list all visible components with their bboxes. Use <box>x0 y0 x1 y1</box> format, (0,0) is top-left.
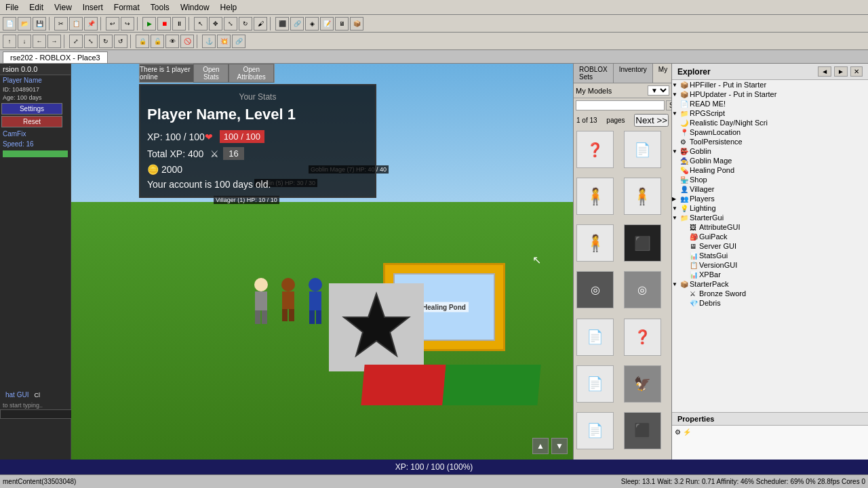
tree-item-debris[interactable]: 💎 Debris <box>672 298 868 308</box>
menu-insert[interactable]: Insert <box>77 1 108 14</box>
tb2-8[interactable]: ↺ <box>114 35 127 48</box>
tree-item-goblin-mage[interactable]: 🧙 Goblin Mage <box>672 156 868 165</box>
menu-edit[interactable]: Edit <box>24 1 49 14</box>
tb-select[interactable]: ↖ <box>194 17 208 30</box>
tb2-7[interactable]: ↻ <box>99 35 113 48</box>
tb-new[interactable]: 📄 <box>3 17 16 30</box>
tb2-3[interactable]: ← <box>33 35 46 48</box>
tb-model[interactable]: 📦 <box>350 17 363 30</box>
tb2-1[interactable]: ↑ <box>3 35 16 48</box>
explorer-nav-prev[interactable]: ◄ <box>818 66 831 77</box>
inventory-tab[interactable]: Inventory <box>614 64 653 83</box>
tb2-5[interactable]: ⤢ <box>69 35 83 48</box>
chat-input[interactable] <box>0 409 79 419</box>
tb-open[interactable]: 📂 <box>18 17 31 30</box>
explorer-nav-next[interactable]: ► <box>834 66 848 77</box>
tb2-6[interactable]: ⤡ <box>84 35 98 48</box>
tree-item-daynight[interactable]: 🌙 Realistic Day/Night Scri <box>672 118 868 127</box>
model-item-9[interactable]: ❓ <box>624 319 661 356</box>
tb2-4[interactable]: → <box>47 35 61 48</box>
model-item-2[interactable]: 🧍 <box>576 178 614 215</box>
model-item-8[interactable]: 📄 <box>576 319 614 356</box>
tree-item-players[interactable]: ▶ 👥 Players <box>672 194 868 203</box>
tree-item-spawn[interactable]: 📍 SpawnLocation <box>672 127 868 137</box>
model-item-3[interactable]: 🧍 <box>624 178 661 215</box>
tree-item-healing-pond[interactable]: 💊 Healing Pond <box>672 165 868 175</box>
tb-paint[interactable]: 🖌 <box>254 17 267 30</box>
model-item-12[interactable]: 📄 <box>576 412 614 449</box>
tb2-2[interactable]: ↓ <box>18 35 31 48</box>
pagination-next-button[interactable]: Next >> <box>634 114 669 127</box>
tree-item-lighting[interactable]: ▼ 💡 Lighting <box>672 203 868 213</box>
tb-redo[interactable]: ↪ <box>121 17 134 30</box>
model-item-5[interactable]: ⬛ <box>624 224 661 262</box>
my-models-tab[interactable]: My <box>653 64 673 83</box>
tb-save[interactable]: 💾 <box>33 17 46 30</box>
tree-item-servergui[interactable]: 🖥 Server GUI <box>672 241 868 251</box>
menu-format[interactable]: Format <box>108 1 145 14</box>
tb2-anchor[interactable]: ⚓ <box>202 35 216 48</box>
tree-item-shop[interactable]: 🏪 Shop <box>672 175 868 184</box>
open-stats-button[interactable]: Open Stats <box>193 64 229 83</box>
tb2-10[interactable]: 🔓 <box>151 35 164 48</box>
model-item-4[interactable]: 🧍 <box>576 224 614 262</box>
settings-button[interactable]: Settings <box>1 103 62 115</box>
tb2-12[interactable]: 🚫 <box>180 35 194 48</box>
tb-gui[interactable]: 🖥 <box>335 17 349 30</box>
tree-item-guipack[interactable]: 🎒 GuiPack <box>672 232 868 241</box>
open-attributes-button[interactable]: Open Attributes <box>229 64 274 83</box>
menu-file[interactable]: File <box>0 1 24 14</box>
menu-view[interactable]: View <box>49 1 77 14</box>
tb-weld[interactable]: 🔗 <box>290 17 304 30</box>
tree-item-statsgui[interactable]: 📊 StatsGui <box>672 251 868 260</box>
model-item-6[interactable]: ◎ <box>576 271 614 308</box>
tb-cut[interactable]: ✂ <box>54 17 68 30</box>
nav-up-button[interactable]: ▲ <box>532 438 549 454</box>
reset-button[interactable]: Reset <box>1 116 62 127</box>
tree-item-starterpack[interactable]: ▼ 📦 StarterPack <box>672 279 868 289</box>
tb2-collision[interactable]: 💥 <box>217 35 231 48</box>
menu-window[interactable]: Window <box>175 1 215 14</box>
tb-copy[interactable]: 📋 <box>69 17 83 30</box>
tree-item-startergui[interactable]: ▼ 📁 StarterGui <box>672 213 868 222</box>
game-viewport[interactable]: There is 1 player online Open Stats Open… <box>71 64 573 460</box>
tree-item-villager[interactable]: 👤 Villager <box>672 184 868 194</box>
menu-tools[interactable]: Tools <box>145 1 175 14</box>
tree-item-versiongui[interactable]: 📋 VersionGUI <box>672 260 868 270</box>
models-search-input[interactable] <box>576 100 665 110</box>
tb-scale[interactable]: ⤡ <box>224 17 237 30</box>
menu-help[interactable]: Help <box>215 1 243 14</box>
tree-item-attributegui[interactable]: 🖼 AttributeGUI <box>672 222 868 232</box>
tb-script[interactable]: 📝 <box>320 17 334 30</box>
tb-pause[interactable]: ⏸ <box>172 17 186 30</box>
tb2-9[interactable]: 🔒 <box>136 35 149 48</box>
tb-part[interactable]: ⬛ <box>275 17 289 30</box>
tree-item-goblin[interactable]: ▼ 👺 Goblin <box>672 146 868 156</box>
tb-rotate[interactable]: ↻ <box>239 17 252 30</box>
tb-undo[interactable]: ↩ <box>106 17 119 30</box>
tb-move[interactable]: ✥ <box>209 17 222 30</box>
tb-play[interactable]: ▶ <box>142 17 156 30</box>
tree-item-xpbar[interactable]: 📊 XPBar <box>672 270 868 279</box>
tree-item-rpgscript[interactable]: ▼ 📁 RPGScript <box>672 108 868 118</box>
model-item-10[interactable]: 📄 <box>576 365 614 403</box>
tab-place3[interactable]: rse202 - ROBLOX - Place3 <box>3 52 108 63</box>
tb-paste[interactable]: 📌 <box>84 17 98 30</box>
tree-item-toolpersist[interactable]: ⚙ ToolPersistence <box>672 137 868 146</box>
nav-down-button[interactable]: ▼ <box>551 438 568 454</box>
tree-item-readme[interactable]: 📄 READ ME! <box>672 99 868 108</box>
model-item-11[interactable]: 🦅 <box>624 365 661 403</box>
model-item-13[interactable]: ⬛ <box>624 412 661 449</box>
tb2-join[interactable]: 🔗 <box>232 35 245 48</box>
tb2-11[interactable]: 👁 <box>165 35 179 48</box>
tree-item-hpupdater[interactable]: ▼ 📦 HPUpdater - Put in Starter <box>672 89 868 99</box>
roblox-sets-tab[interactable]: ROBLOX Sets <box>574 64 614 83</box>
model-item-7[interactable]: ◎ <box>624 271 661 308</box>
tb-mesh[interactable]: ◈ <box>305 17 319 30</box>
tree-item-bronze-sword[interactable]: ⚔ Bronze Sword <box>672 289 868 298</box>
model-item-1[interactable]: 📄 <box>624 131 661 168</box>
explorer-close-button[interactable]: ✕ <box>850 66 863 77</box>
models-dropdown[interactable]: ▼ <box>648 85 669 96</box>
tb-stop[interactable]: ⏹ <box>157 17 171 30</box>
model-item-0[interactable]: ❓ <box>576 131 614 168</box>
